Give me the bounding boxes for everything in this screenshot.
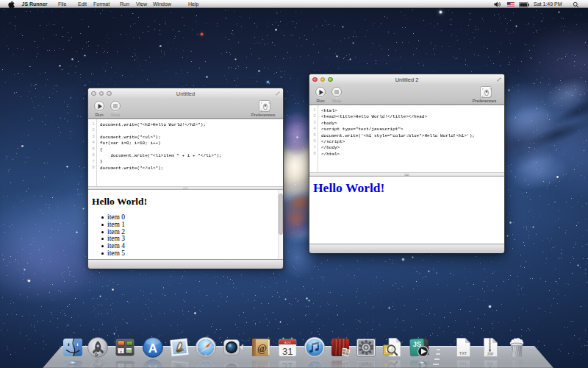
svg-text:A: A <box>148 361 157 368</box>
svg-text:31: 31 <box>282 360 293 368</box>
svg-text:AUG: AUG <box>284 341 291 344</box>
svg-text:@: @ <box>257 343 267 354</box>
svg-text:ZIP: ZIP <box>487 352 494 356</box>
svg-text:@: @ <box>257 363 267 368</box>
svg-text:31: 31 <box>282 346 293 357</box>
svg-text:ZIP: ZIP <box>487 361 494 365</box>
svg-text:TXT: TXT <box>459 361 467 366</box>
svg-text:TXT: TXT <box>459 351 467 355</box>
